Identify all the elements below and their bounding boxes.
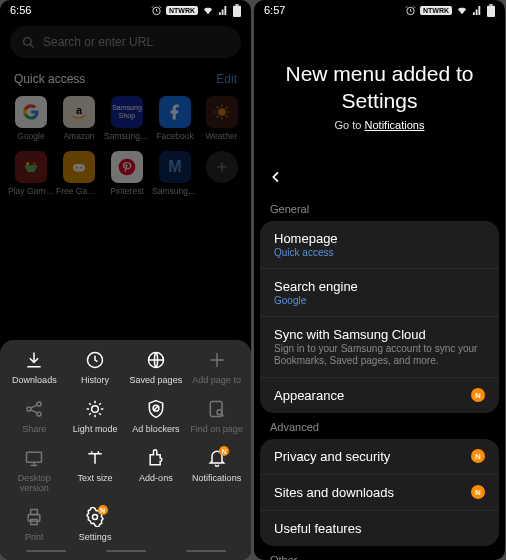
menu-downloads[interactable]: Downloads [4, 350, 65, 385]
battery-icon [487, 4, 495, 17]
new-badge: N [471, 388, 485, 402]
alarm-icon [151, 5, 162, 16]
setting-sync[interactable]: Sync with Samsung Cloud Sign in to your … [260, 316, 499, 377]
app-free-games[interactable]: Free Games [56, 147, 102, 200]
app-weather[interactable]: Weather [200, 92, 243, 145]
right-screen: 6:57 NTWRK New menu added to Settings Go… [254, 0, 505, 560]
menu-text-size[interactable]: Text size [65, 448, 126, 493]
app-google[interactable]: Google [8, 92, 54, 145]
wifi-icon [456, 5, 468, 16]
menu-desktop-version: Desktop version [4, 448, 65, 493]
svg-rect-23 [31, 510, 38, 515]
svg-point-25 [93, 515, 98, 520]
back-button[interactable] [254, 159, 505, 195]
vpn-badge: NTWRK [166, 6, 198, 15]
svg-rect-2 [235, 4, 238, 6]
section-general-label: General [254, 195, 505, 221]
svg-rect-24 [31, 520, 38, 525]
signal-icon [472, 5, 483, 16]
svg-point-5 [218, 108, 226, 116]
new-badge: N [219, 446, 229, 456]
print-icon [24, 507, 44, 527]
app-play-games[interactable]: Play Games [8, 147, 54, 200]
globe-save-icon [146, 350, 166, 370]
svg-rect-27 [487, 5, 495, 16]
left-screen: 6:56 NTWRK Search or enter URL Quick acc… [0, 0, 251, 560]
plus-icon [207, 350, 227, 370]
menu-light-mode[interactable]: Light mode [65, 399, 126, 434]
hero-title: New menu added to Settings [274, 60, 485, 115]
menu-add-ons[interactable]: Add-ons [126, 448, 187, 493]
menu-history[interactable]: History [65, 350, 126, 385]
download-icon [24, 350, 44, 370]
menu-print: Print [4, 507, 65, 542]
svg-point-6 [26, 162, 29, 165]
svg-point-7 [33, 162, 36, 165]
chevron-left-icon [268, 169, 284, 185]
setting-appearance[interactable]: Appearance N [260, 377, 499, 413]
menu-find-on-page: Find on page [186, 399, 247, 434]
svg-rect-21 [27, 452, 42, 462]
url-placeholder: Search or enter URL [43, 35, 153, 49]
history-icon [85, 350, 105, 370]
status-bar: 6:57 NTWRK [254, 0, 505, 20]
menu-add-page-to: Add page to [186, 350, 247, 385]
setting-sites-downloads[interactable]: Sites and downloads N [260, 474, 499, 510]
signal-icon [218, 5, 229, 16]
hero-link[interactable]: Notifications [365, 119, 425, 131]
text-size-icon [85, 448, 105, 468]
vpn-badge: NTWRK [420, 6, 452, 15]
svg-point-17 [92, 406, 99, 413]
menu-saved-pages[interactable]: Saved pages [126, 350, 187, 385]
hero-banner: New menu added to Settings Go to Notific… [254, 20, 505, 159]
new-badge: N [471, 449, 485, 463]
new-badge: N [471, 485, 485, 499]
url-bar[interactable]: Search or enter URL [10, 26, 241, 58]
menu-ad-blockers[interactable]: Ad blockers [126, 399, 187, 434]
add-shortcut[interactable] [200, 147, 243, 200]
nav-bar [4, 542, 247, 552]
battery-icon [233, 4, 241, 17]
setting-privacy[interactable]: Privacy and security N [260, 439, 499, 474]
clock: 6:56 [10, 4, 31, 16]
desktop-icon [24, 448, 44, 468]
clock: 6:57 [264, 4, 285, 16]
quick-access-title: Quick access [14, 72, 85, 86]
status-bar: 6:56 NTWRK [0, 0, 251, 20]
tools-sheet: Downloads History Saved pages Add page t… [0, 340, 251, 560]
svg-rect-28 [489, 4, 492, 6]
find-icon [207, 399, 227, 419]
app-facebook[interactable]: Facebook [152, 92, 198, 145]
plus-icon [215, 160, 229, 174]
svg-point-3 [24, 37, 32, 45]
setting-homepage[interactable]: Homepage Quick access [260, 221, 499, 268]
app-samsung-shop[interactable]: SamsungShopSamsungSh... [104, 92, 150, 145]
share-icon [24, 399, 44, 419]
menu-notifications[interactable]: NNotifications [186, 448, 247, 493]
shield-block-icon [146, 399, 166, 419]
app-samsung-members[interactable]: MSamsung M... [152, 147, 198, 200]
quick-access-grid: Google aAmazon SamsungShopSamsungSh... F… [0, 92, 251, 200]
svg-text:a: a [76, 104, 83, 116]
section-other-label: Other [254, 546, 505, 560]
edit-button[interactable]: Edit [216, 72, 237, 86]
puzzle-icon [146, 448, 166, 468]
svg-point-10 [80, 167, 82, 169]
general-list: Homepage Quick access Search engine Goog… [260, 221, 499, 413]
wifi-icon [202, 5, 214, 16]
setting-useful-features[interactable]: Useful features [260, 510, 499, 546]
app-amazon[interactable]: aAmazon [56, 92, 102, 145]
svg-rect-1 [233, 5, 241, 16]
menu-share: Share [4, 399, 65, 434]
advanced-list: Privacy and security N Sites and downloa… [260, 439, 499, 546]
section-advanced-label: Advanced [254, 413, 505, 439]
search-icon [22, 36, 35, 49]
setting-search-engine[interactable]: Search engine Google [260, 268, 499, 316]
alarm-icon [405, 5, 416, 16]
svg-rect-8 [73, 164, 85, 172]
svg-point-9 [76, 167, 78, 169]
menu-settings[interactable]: NSettings [65, 507, 126, 542]
app-pinterest[interactable]: Pinterest [104, 147, 150, 200]
new-badge: N [98, 505, 108, 515]
sun-icon [85, 399, 105, 419]
